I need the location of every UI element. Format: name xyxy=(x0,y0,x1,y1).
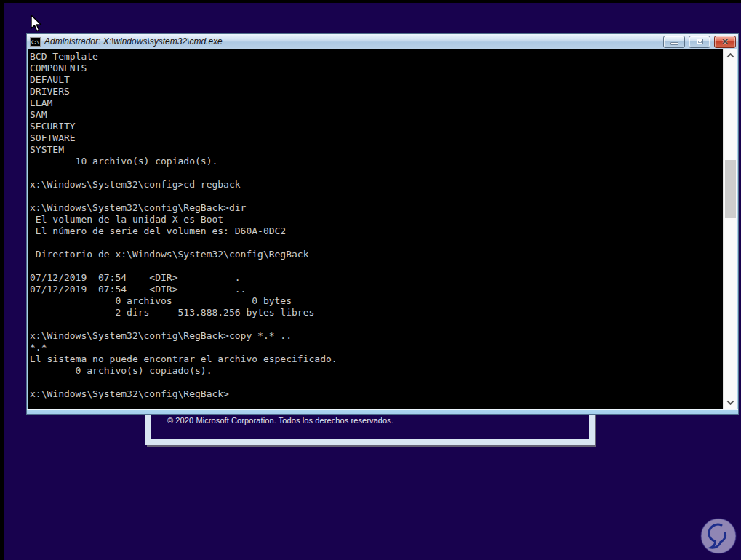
copyright-text: © 2020 Microsoft Corporation. Todos los … xyxy=(167,416,393,425)
window-bottom-frame xyxy=(27,409,738,414)
cmd-icon: C:\ xyxy=(30,37,41,47)
minimize-button[interactable] xyxy=(663,36,685,48)
mouse-cursor-icon xyxy=(31,15,44,36)
scroll-thumb[interactable] xyxy=(725,160,736,218)
maximize-button[interactable] xyxy=(689,36,710,48)
console-output[interactable]: BCD-Template COMPONENTS DEFAULT DRIVERS … xyxy=(28,49,723,409)
scroll-up-button[interactable] xyxy=(724,49,737,62)
window-title: Administrador: X:\windows\system32\cmd.e… xyxy=(44,36,657,47)
chevron-down-icon xyxy=(727,398,734,405)
close-icon: ✕ xyxy=(721,38,728,46)
window-body: BCD-Template COMPONENTS DEFAULT DRIVERS … xyxy=(27,49,738,409)
titlebar[interactable]: C:\ Administrador: X:\windows\system32\c… xyxy=(27,34,738,49)
close-button[interactable]: ✕ xyxy=(714,36,736,48)
window-controls: ✕ xyxy=(663,36,736,48)
maximize-icon xyxy=(697,39,703,44)
screen-edge-left xyxy=(0,0,4,560)
scroll-down-button[interactable] xyxy=(724,396,737,409)
scrollbar[interactable] xyxy=(723,49,737,409)
screen-edge-top xyxy=(0,0,741,3)
watermark-logo xyxy=(700,517,737,558)
chevron-up-icon xyxy=(727,53,734,60)
minimize-icon xyxy=(670,42,678,45)
cmd-window: C:\ Administrador: X:\windows\system32\c… xyxy=(26,33,739,415)
